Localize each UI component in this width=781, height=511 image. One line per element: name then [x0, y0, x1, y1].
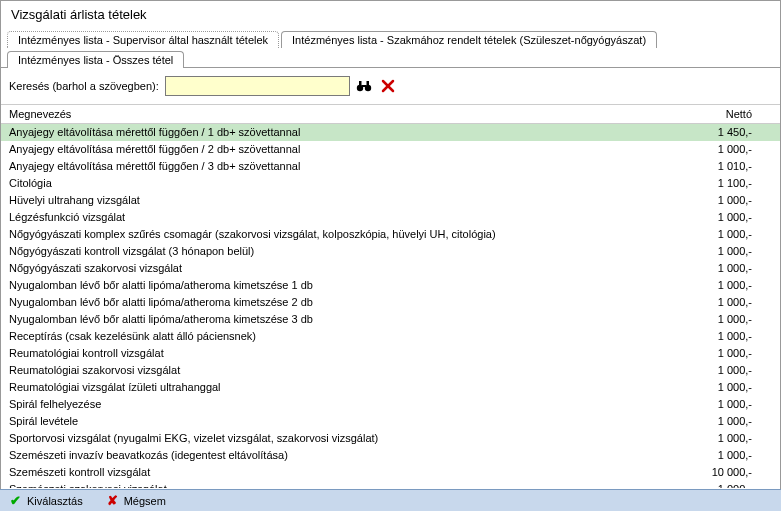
search-bar: Keresés (barhol a szövegben):: [1, 68, 780, 104]
cell-name: Légzésfunkció vizsgálat: [9, 210, 682, 225]
cell-price: 1 000,-: [682, 380, 772, 395]
cell-name: Nőgyógyászati szakorvosi vizsgálat: [9, 261, 682, 276]
table-row[interactable]: Hüvelyi ultrahang vizsgálat1 000,-: [1, 192, 780, 209]
tab-profession-items[interactable]: Intézményes lista - Szakmához rendelt té…: [281, 31, 657, 48]
table-row[interactable]: Nyugalomban lévő bőr alatti lipóma/ather…: [1, 294, 780, 311]
table-row[interactable]: Sportorvosi vizsgálat (nyugalmi EKG, viz…: [1, 430, 780, 447]
table-row[interactable]: Reumatológiai szakorvosi vizsgálat1 000,…: [1, 362, 780, 379]
cell-name: Citológia: [9, 176, 682, 191]
table-row[interactable]: Nőgyógyászati szakorvosi vizsgálat1 000,…: [1, 260, 780, 277]
binoculars-icon[interactable]: [354, 76, 374, 96]
clear-icon[interactable]: [378, 76, 398, 96]
table-header: Megnevezés Nettó: [1, 105, 780, 124]
cell-price: 1 000,-: [682, 210, 772, 225]
cell-name: Nyugalomban lévő bőr alatti lipóma/ather…: [9, 312, 682, 327]
search-label: Keresés (barhol a szövegben):: [9, 80, 159, 92]
cell-price: 1 000,-: [682, 227, 772, 242]
window-title: Vizsgálati árlista tételek: [1, 1, 780, 28]
cell-name: Spirál levétele: [9, 414, 682, 429]
table-row[interactable]: Szemészeti invazív beavatkozás (idegente…: [1, 447, 780, 464]
cell-price: 10 000,-: [682, 465, 772, 480]
table-row[interactable]: Receptírás (csak kezelésünk alatt álló p…: [1, 328, 780, 345]
tab-all-items[interactable]: Intézményes lista - Összes tétel: [7, 51, 184, 68]
table-row[interactable]: Citológia1 100,-: [1, 175, 780, 192]
cell-name: Spirál felhelyezése: [9, 397, 682, 412]
svg-rect-2: [359, 81, 362, 85]
table-row[interactable]: Reumatológiai kontroll vizsgálat1 000,-: [1, 345, 780, 362]
cell-price: 1 000,-: [682, 482, 772, 488]
cell-price: 1 000,-: [682, 448, 772, 463]
select-label: Kiválasztás: [27, 495, 83, 507]
table-row[interactable]: Anyajegy eltávolítása mérettől függően /…: [1, 141, 780, 158]
cell-price: 1 010,-: [682, 159, 772, 174]
svg-rect-4: [362, 85, 366, 87]
cell-price: 1 000,-: [682, 261, 772, 276]
cell-price: 1 000,-: [682, 142, 772, 157]
footer: ✔ Kiválasztás ✘ Mégsem: [0, 489, 781, 511]
cell-name: Szemészeti szakorvosi vizsgálat: [9, 482, 682, 488]
cell-name: Reumatológiai vizsgálat ízületi ultrahan…: [9, 380, 682, 395]
cell-price: 1 450,-: [682, 125, 772, 140]
table-row[interactable]: Anyajegy eltávolítása mérettől függően /…: [1, 124, 780, 141]
cell-price: 1 000,-: [682, 346, 772, 361]
cell-price: 1 000,-: [682, 295, 772, 310]
cell-price: 1 000,-: [682, 244, 772, 259]
table-row[interactable]: Nyugalomban lévő bőr alatti lipóma/ather…: [1, 277, 780, 294]
cell-name: Nőgyógyászati komplex szűrés csomagár (s…: [9, 227, 682, 242]
cell-name: Receptírás (csak kezelésünk alatt álló p…: [9, 329, 682, 344]
cell-name: Anyajegy eltávolítása mérettől függően /…: [9, 159, 682, 174]
x-icon: ✘: [107, 493, 118, 508]
cell-price: 1 000,-: [682, 363, 772, 378]
cell-name: Nőgyógyászati kontroll vizsgálat (3 hóna…: [9, 244, 682, 259]
cell-price: 1 000,-: [682, 278, 772, 293]
table-row[interactable]: Szemészeti szakorvosi vizsgálat1 000,-: [1, 481, 780, 488]
cell-name: Nyugalomban lévő bőr alatti lipóma/ather…: [9, 278, 682, 293]
cell-price: 1 000,-: [682, 431, 772, 446]
cell-name: Anyajegy eltávolítása mérettől függően /…: [9, 142, 682, 157]
cell-price: 1 100,-: [682, 176, 772, 191]
tabs-upper: Intézményes lista - Supervisor által has…: [1, 28, 780, 48]
cell-name: Reumatológiai szakorvosi vizsgálat: [9, 363, 682, 378]
cancel-button[interactable]: ✘ Mégsem: [107, 493, 166, 508]
cell-name: Hüvelyi ultrahang vizsgálat: [9, 193, 682, 208]
table[interactable]: Megnevezés Nettó Anyajegy eltávolítása m…: [1, 104, 780, 488]
check-icon: ✔: [10, 493, 21, 508]
table-row[interactable]: Spirál felhelyezése1 000,-: [1, 396, 780, 413]
cancel-label: Mégsem: [124, 495, 166, 507]
search-input[interactable]: [165, 76, 350, 96]
col-header-price[interactable]: Nettó: [682, 108, 772, 120]
tab-supervisor-items[interactable]: Intézményes lista - Supervisor által has…: [7, 31, 279, 48]
table-row[interactable]: Nyugalomban lévő bőr alatti lipóma/ather…: [1, 311, 780, 328]
cell-price: 1 000,-: [682, 414, 772, 429]
col-header-name[interactable]: Megnevezés: [9, 108, 682, 120]
tabs-lower: Intézményes lista - Összes tétel: [1, 48, 780, 68]
select-button[interactable]: ✔ Kiválasztás: [10, 493, 83, 508]
table-row[interactable]: Anyajegy eltávolítása mérettől függően /…: [1, 158, 780, 175]
table-row[interactable]: Nőgyógyászati komplex szűrés csomagár (s…: [1, 226, 780, 243]
table-row[interactable]: Légzésfunkció vizsgálat1 000,-: [1, 209, 780, 226]
cell-price: 1 000,-: [682, 397, 772, 412]
cell-name: Anyajegy eltávolítása mérettől függően /…: [9, 125, 682, 140]
svg-rect-3: [366, 81, 369, 85]
table-row[interactable]: Nőgyógyászati kontroll vizsgálat (3 hóna…: [1, 243, 780, 260]
cell-name: Szemészeti kontroll vizsgálat: [9, 465, 682, 480]
cell-name: Nyugalomban lévő bőr alatti lipóma/ather…: [9, 295, 682, 310]
cell-name: Szemészeti invazív beavatkozás (idegente…: [9, 448, 682, 463]
cell-name: Reumatológiai kontroll vizsgálat: [9, 346, 682, 361]
cell-price: 1 000,-: [682, 312, 772, 327]
cell-name: Sportorvosi vizsgálat (nyugalmi EKG, viz…: [9, 431, 682, 446]
table-row[interactable]: Spirál levétele1 000,-: [1, 413, 780, 430]
cell-price: 1 000,-: [682, 329, 772, 344]
table-row[interactable]: Szemészeti kontroll vizsgálat10 000,-: [1, 464, 780, 481]
table-row[interactable]: Reumatológiai vizsgálat ízületi ultrahan…: [1, 379, 780, 396]
cell-price: 1 000,-: [682, 193, 772, 208]
